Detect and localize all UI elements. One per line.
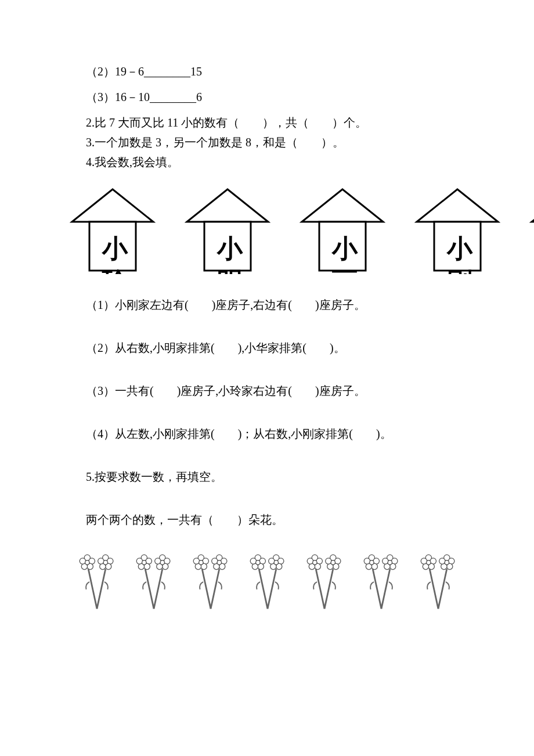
- problem-4-4-text: （4）从左数,小刚家排第( )；从右数,小刚家排第( )。: [86, 427, 392, 440]
- svg-point-50: [212, 558, 218, 564]
- svg-line-11: [97, 569, 106, 609]
- svg-line-95: [438, 569, 447, 609]
- svg-line-10: [88, 569, 97, 609]
- svg-point-100: [421, 558, 427, 564]
- problem-4-2-text: （2）从右数,小明家排第( ),小华家排第( )。: [86, 341, 345, 354]
- svg-point-51: [217, 560, 221, 564]
- svg-point-30: [136, 558, 142, 564]
- flower-pair-icon: [360, 550, 403, 615]
- flower-pair: [189, 550, 232, 615]
- flower-pair: [75, 550, 118, 615]
- svg-point-23: [103, 560, 107, 564]
- svg-marker-2: [187, 189, 268, 222]
- svg-point-79: [331, 560, 335, 564]
- house-item: 小丽: [300, 187, 385, 274]
- problem-3-text: 3.一个加数是 3，另一个加数是 8，和是（ ）。: [86, 136, 344, 149]
- svg-marker-0: [72, 189, 153, 222]
- house-item: 小刚: [414, 187, 500, 274]
- problem-4-text: 4.我会数,我会填。: [86, 156, 179, 168]
- problem-4-1-text: （1）小刚家左边有( )座房子,右边有( )座房子。: [86, 298, 366, 311]
- svg-point-59: [256, 560, 260, 564]
- flower-pair-icon: [246, 550, 289, 615]
- problem-5-text: 5.按要求数一数，再填空。: [86, 470, 222, 483]
- svg-point-45: [199, 560, 203, 564]
- problem-1-2-text: （2）19－6________15: [86, 65, 202, 78]
- svg-line-38: [202, 569, 211, 609]
- worksheet-page: （2）19－6________15 （3）16－10________6 2.比 …: [0, 0, 534, 756]
- house-item: 小明: [185, 187, 270, 274]
- svg-line-80: [373, 569, 381, 609]
- problem-4-3: （3）一共有( )座房子,小玲家右边有( )座房子。: [86, 383, 534, 398]
- svg-point-17: [85, 560, 89, 564]
- svg-point-64: [269, 558, 275, 564]
- svg-marker-6: [417, 189, 498, 222]
- problem-5-prompt: 两个两个的数，一共有（ ）朵花。: [86, 512, 534, 527]
- svg-point-73: [313, 560, 317, 564]
- svg-line-81: [381, 569, 390, 609]
- svg-marker-4: [302, 189, 383, 222]
- svg-point-44: [193, 558, 199, 564]
- svg-line-53: [268, 569, 276, 609]
- svg-point-87: [370, 560, 374, 564]
- problem-4-4: （4）从左数,小刚家排第( )；从右数,小刚家排第( )。: [86, 426, 534, 441]
- house-label: 小明: [204, 229, 255, 274]
- svg-point-78: [326, 558, 331, 564]
- svg-line-24: [145, 569, 154, 609]
- problem-5: 5.按要求数一数，再填空。: [86, 469, 534, 484]
- svg-marker-8: [532, 189, 534, 222]
- flower-pair-icon: [189, 550, 232, 615]
- svg-line-67: [324, 569, 333, 609]
- flower-pair: [303, 550, 346, 615]
- house-label: 小刚: [434, 229, 485, 274]
- flower-pair-icon: [132, 550, 175, 615]
- svg-point-107: [445, 560, 449, 564]
- house-item: 小玲: [70, 187, 156, 274]
- flower-pair: [417, 550, 460, 615]
- svg-point-86: [364, 558, 370, 564]
- svg-point-106: [439, 558, 445, 564]
- svg-line-66: [316, 569, 324, 609]
- problem-2-text: 2.比 7 大而又比 11 小的数有（ ），共（ ）个。: [86, 116, 367, 129]
- flowers-row: [75, 550, 534, 615]
- svg-point-58: [250, 558, 256, 564]
- problem-1-2: （2）19－6________15: [86, 64, 534, 79]
- house-label: 小丽: [319, 229, 370, 274]
- flower-pair-icon: [303, 550, 346, 615]
- svg-point-16: [80, 558, 85, 564]
- svg-point-36: [155, 558, 161, 564]
- svg-point-37: [160, 560, 164, 564]
- svg-line-52: [259, 569, 268, 609]
- problem-4: 4.我会数,我会填。: [86, 154, 534, 170]
- problem-4-3-text: （3）一共有( )座房子,小玲家右边有( )座房子。: [86, 384, 366, 397]
- svg-point-101: [427, 560, 431, 564]
- problem-4-1: （1）小刚家左边有( )座房子,右边有( )座房子。: [86, 297, 534, 312]
- flower-pair: [360, 550, 403, 615]
- problem-4-2: （2）从右数,小明家排第( ),小华家排第( )。: [86, 340, 534, 355]
- flower-pair: [246, 550, 289, 615]
- problem-5-prompt-text: 两个两个的数，一共有（ ）朵花。: [86, 513, 283, 526]
- svg-line-39: [211, 569, 219, 609]
- problem-2: 2.比 7 大而又比 11 小的数有（ ），共（ ）个。: [86, 115, 534, 130]
- svg-point-65: [274, 560, 278, 564]
- svg-line-25: [154, 569, 163, 609]
- svg-line-94: [430, 569, 438, 609]
- house-item: 小: [529, 187, 534, 274]
- flower-pair: [132, 550, 175, 615]
- house-icon: [529, 187, 534, 274]
- svg-point-93: [388, 560, 392, 564]
- flower-pair-icon: [417, 550, 460, 615]
- houses-row: 小玲 小明 小丽 小刚 小: [70, 187, 534, 274]
- problem-1-3: （3）16－10________6: [86, 89, 534, 105]
- problem-1-3-text: （3）16－10________6: [86, 91, 202, 103]
- svg-point-92: [383, 558, 388, 564]
- house-label: 小玲: [89, 229, 140, 274]
- svg-point-31: [142, 560, 146, 564]
- problem-3: 3.一个加数是 3，另一个加数是 8，和是（ ）。: [86, 135, 534, 150]
- svg-point-22: [98, 558, 104, 564]
- svg-point-72: [307, 558, 313, 564]
- flower-pair-icon: [75, 550, 118, 615]
